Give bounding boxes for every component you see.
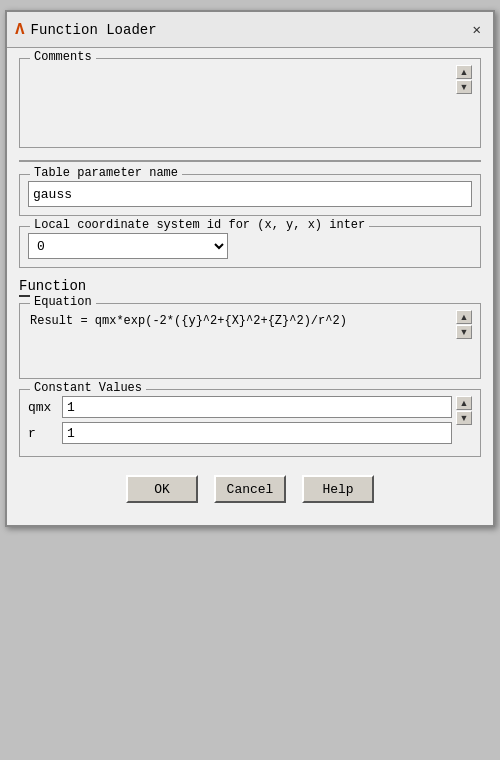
comments-scroll-down[interactable]: ▼ (456, 80, 472, 94)
constant-values-legend: Constant Values (30, 381, 146, 395)
equation-scrollbar: ▲ ▼ (456, 310, 472, 339)
local-coord-legend: Local coordinate system id for (x, y, x)… (30, 218, 369, 232)
constant-row-r: r (28, 422, 452, 444)
title-bar: Λ Function Loader ✕ (7, 12, 493, 48)
table-param-group: Table parameter name (19, 174, 481, 216)
function-loader-window: Λ Function Loader ✕ Comments ▲ ▼ Table p… (5, 10, 495, 527)
equation-legend: Equation (30, 295, 96, 309)
equation-scroll-up[interactable]: ▲ (456, 310, 472, 324)
local-coord-group: Local coordinate system id for (x, y, x)… (19, 226, 481, 268)
equation-scroll-down[interactable]: ▼ (456, 325, 472, 339)
equation-wrapper: Result = qmx*exp(-2*({y}^2+{X}^2+{Z}^2)/… (28, 310, 472, 370)
const-label-qmx: qmx (28, 400, 58, 415)
equation-group: Equation Result = qmx*exp(-2*({y}^2+{X}^… (19, 303, 481, 379)
constant-values-inner: qmx r (28, 396, 452, 448)
window-title: Function Loader (31, 22, 157, 38)
help-button[interactable]: Help (302, 475, 374, 503)
comments-legend: Comments (30, 50, 96, 64)
function-section: Function Equation Result = qmx*exp(-2*({… (19, 278, 481, 457)
app-logo-icon: Λ (15, 21, 25, 39)
constant-values-group: Constant Values qmx r ▲ (19, 389, 481, 457)
window-body: Comments ▲ ▼ Table parameter name Local … (7, 48, 493, 525)
table-param-input[interactable] (28, 181, 472, 207)
bottom-buttons: OK Cancel Help (19, 467, 481, 515)
comments-container: ▲ ▼ (28, 65, 472, 139)
const-scroll-down[interactable]: ▼ (456, 411, 472, 425)
comments-textarea[interactable] (28, 65, 452, 135)
close-button[interactable]: ✕ (469, 21, 485, 38)
divider1 (19, 160, 481, 162)
const-input-qmx[interactable] (62, 396, 452, 418)
comments-group: Comments ▲ ▼ (19, 58, 481, 148)
table-param-legend: Table parameter name (30, 166, 182, 180)
const-scroll-up[interactable]: ▲ (456, 396, 472, 410)
comments-scroll-up[interactable]: ▲ (456, 65, 472, 79)
comments-area (28, 65, 452, 139)
equation-text: Result = qmx*exp(-2*({y}^2+{X}^2+{Z}^2)/… (28, 310, 452, 370)
const-label-r: r (28, 426, 58, 441)
const-input-r[interactable] (62, 422, 452, 444)
constant-row-qmx: qmx (28, 396, 452, 418)
constant-values-scrollbar: ▲ ▼ (456, 396, 472, 425)
cancel-button[interactable]: Cancel (214, 475, 286, 503)
comments-scrollbar: ▲ ▼ (456, 65, 472, 139)
ok-button[interactable]: OK (126, 475, 198, 503)
title-bar-left: Λ Function Loader (15, 21, 157, 39)
constant-values-wrap: qmx r ▲ ▼ (28, 396, 472, 448)
local-coord-select[interactable]: 0 1 2 (28, 233, 228, 259)
